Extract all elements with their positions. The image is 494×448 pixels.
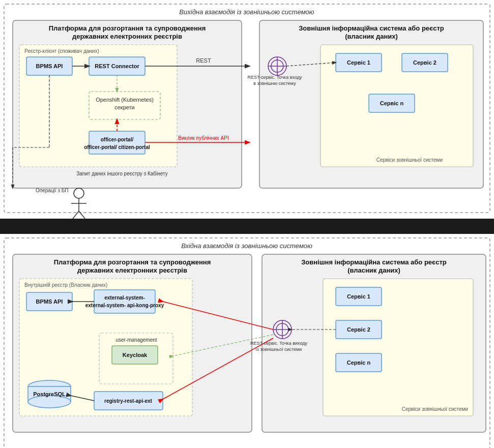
right-platform-label1-top: Зовнішня інформаційна система або реєстр — [299, 24, 444, 32]
officer-citizen-top2: officer-portal/ citizen-portal — [84, 144, 150, 150]
kong-proxy-bot2: external-system- api-kong-proxy — [85, 303, 164, 308]
svg-point-15 — [74, 188, 84, 198]
rest-service-label2-bot: із зовнішньої системи — [256, 347, 302, 352]
bottom-section: Вхідна взаємодія із зовнішньою системою … — [0, 234, 494, 448]
divider-bar — [0, 219, 494, 234]
svg-rect-34 — [94, 290, 155, 313]
bp-operations-label-top: Операції з БП — [36, 188, 69, 193]
rest-service-label1-bot: REST-сервіс. Точка виходу — [250, 341, 307, 346]
left-platform-label-top: Платформа для розгортання та супроводжен… — [49, 24, 206, 32]
left-platform-label2-top: державних електронних реєстрів — [72, 33, 182, 40]
right-platform-label2-top: (власник даних) — [345, 33, 398, 40]
postgresql-bot: PostgreSQL — [33, 391, 66, 397]
svg-point-40 — [28, 396, 71, 408]
right-platform-label2-bot: (власник даних) — [347, 266, 400, 274]
bottom-diagram-title: Вхідна взаємодія із зовнішньою системою — [181, 242, 312, 250]
service1-top: Сервіс 1 — [347, 59, 370, 66]
left-platform-label2-bot: державних електронних реєстрів — [77, 266, 187, 274]
main-container: Вихідна взаємодія із зовнішньою системою… — [0, 0, 494, 448]
registry-rest-ext-bot: registry-rest-api-ext — [104, 398, 153, 404]
right-platform-label1-bot: Зовнішня інформаційна система або реєстр — [301, 258, 447, 266]
top-diagram-svg: Вихідна взаємодія із зовнішньою системою… — [0, 0, 494, 219]
registry-client-label-top: Реєстр-клієнт (споживач даних) — [24, 48, 99, 54]
svg-rect-11 — [89, 131, 145, 154]
inner-registry-label-bot: Внутрішній реєстр (Власник даних) — [24, 282, 107, 288]
rest-label-top: REST — [196, 57, 211, 64]
serviceN-top: Сервіс n — [380, 100, 404, 106]
service2-bot: Сервіс 2 — [347, 326, 370, 333]
rest-service-label1-top: REST-сервіс. Точка входу — [248, 75, 302, 80]
services-label-bot: Сервіси зовнішньої системи — [402, 406, 468, 412]
bpms-api-bot: BPMS API — [36, 298, 63, 305]
top-diagram-title: Вихідна взаємодія із зовнішньою системою — [179, 8, 314, 16]
request-label-top: Запит даних іншого реєстру з Кабінету — [76, 171, 168, 176]
services-label-top: Сервіси зовнішньої системи — [376, 157, 443, 163]
kong-proxy-bot: external-system- — [104, 295, 144, 301]
service1-bot: Сервіс 1 — [347, 293, 370, 300]
rest-connector-top: REST Connector — [95, 63, 139, 69]
officer-citizen-top: officer-portal/ — [101, 137, 134, 142]
user-management-label-bot: user-management — [115, 337, 157, 343]
openshift-label2-top: секрети — [114, 104, 134, 110]
rest-service-label2-top: в зовнішню систему — [253, 81, 296, 86]
openshift-label1-top: Openshift (Kubernetes) — [96, 97, 154, 103]
bpms-api-top: BPMS API — [36, 63, 63, 69]
bottom-diagram-svg: Вхідна взаємодія із зовнішньою системою … — [0, 234, 494, 448]
public-api-label-top: Виклик публічних API — [178, 135, 228, 141]
top-section: Вихідна взаємодія із зовнішньою системою… — [0, 0, 494, 219]
keycloak-bot: Keycloak — [123, 352, 148, 358]
left-platform-label1-bot: Платформа для розгортання та супроводжен… — [54, 258, 211, 266]
serviceN-bot: Сервіс n — [347, 360, 371, 366]
service2-top: Сервіс 2 — [413, 59, 437, 66]
